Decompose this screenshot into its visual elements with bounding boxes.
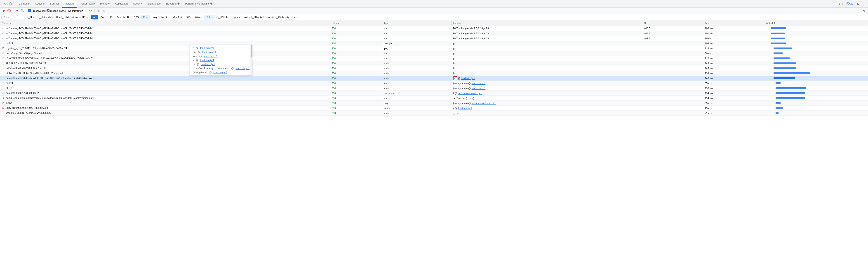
table-row[interactable]: 🖼register_bg.jpg?d8811ce21dcabd46f457b69… <box>0 46 868 51</box>
more-icon[interactable]: ⋮ <box>862 1 867 6</box>
table-row[interactable]: ⟳w/?data=eyJkYXRhVHlwZSI6ICJpZlNlbmRNRVc… <box>0 36 868 41</box>
initiator-dropdown-link[interactable]: load.min.js:1 <box>213 71 227 74</box>
tab-network[interactable]: Network <box>62 0 77 8</box>
type-filter-manifest[interactable]: Manifest <box>170 15 184 20</box>
tab-elements[interactable]: Elements <box>16 0 32 8</box>
table-row[interactable]: {}wm.3.0.0_33d41777.min.js?v=28386816200… <box>0 111 868 116</box>
initiator-dropdown-item[interactable]: m@load.min.js:1 <box>190 62 252 66</box>
initiator-dropdown-link[interactable]: load.min.js:1 <box>200 59 214 61</box>
table-row[interactable]: 🖼1.png200png(anonymous) @ music-corona.m… <box>0 101 868 106</box>
initiator-link[interactable]: music-corona.min.js:1 <box>472 102 496 105</box>
table-row[interactable]: {}4ff7e83b73e006f04e3b8578fb145705200scr… <box>0 61 868 66</box>
filter-icon-button[interactable] <box>15 8 19 13</box>
initiator-dropdown-scroll[interactable]: n@load.min.js:1api@load.min.js:1load@loa… <box>190 45 252 75</box>
table-row[interactable]: ⟳c?p=YD00615509752509&v=1.0.1&vk=d44593c… <box>0 56 868 61</box>
initiator-dropdown-item[interactable]: d.hasOwnProperty.v.<computed>@load.min.j… <box>190 66 252 70</box>
initiator-dropdown-item[interactable]: (anonymous)@load.min.js:1 <box>190 70 252 75</box>
initiator-link[interactable]: load.min.js:1 <box>461 77 475 80</box>
type-filter-css[interactable]: CSS <box>131 15 141 20</box>
info-badge[interactable]: 💬 20 <box>845 2 855 5</box>
initiator-dropdown-item[interactable]: api@load.min.js:1 <box>190 50 252 54</box>
tab-application[interactable]: Application <box>112 0 130 8</box>
type-filter-img[interactable]: Img <box>151 15 159 20</box>
settings-icon[interactable]: ⚙ <box>855 1 861 6</box>
table-row[interactable]: ⟳w/?data=eyJkYXRhVHlwZSI6ICJpZlNlbmRNRVc… <box>0 26 868 31</box>
tab-memory[interactable]: Memory <box>97 0 112 8</box>
table-row[interactable]: {}getconf?referer=https%3A%2F%2Fdun.163.… <box>0 76 868 81</box>
disable-cache-checkbox[interactable]: Disable cache <box>46 9 66 12</box>
funnel-icon <box>16 9 19 12</box>
invert-checkbox[interactable]: Invert <box>28 16 37 19</box>
initiator-link[interactable]: load.min.js:1 <box>458 107 472 109</box>
initiator-dropdown-link[interactable]: load.min.js:1 <box>201 63 215 65</box>
wifi-icon[interactable] <box>88 8 93 13</box>
table-row[interactable]: {}cb37e835cc3ea89b5895aa43b8ec20f8.js?hi… <box>0 71 868 76</box>
table-row[interactable]: ⟳getUnread.action?appKey=cb37e835cc3ea89… <box>0 96 868 101</box>
xhr-icon: ⟳ <box>2 27 5 30</box>
initiator-dropdown-item[interactable]: load@load.min.js:1 <box>190 54 252 58</box>
record-button[interactable]: ⏺ <box>1 8 6 13</box>
type-filter-fetchxhr[interactable]: Fetch/XHR <box>115 15 131 20</box>
initiator-link[interactable]: music-corona.min.js:1 <box>458 92 482 94</box>
table-row[interactable]: ↗collect200fetch(anonymous) @ load.min.j… <box>0 81 868 86</box>
type-filter-media[interactable]: Media <box>159 15 170 20</box>
tab-lighthouse[interactable]: Lighthouse <box>145 0 163 8</box>
cell-waterfall <box>764 76 868 81</box>
initiator-link[interactable]: load.min.js:1 <box>472 82 486 85</box>
hide-ext-urls-checkbox[interactable]: Hide extension URLs <box>61 16 88 19</box>
throttling-dropdown[interactable]: No throttling ▾ <box>67 8 85 13</box>
preserve-log-checkbox[interactable]: Preserve log <box>28 9 45 12</box>
tab-recorder[interactable]: Recorder <box>163 0 182 8</box>
third-party-checkbox[interactable]: 3rd-party requests <box>276 16 300 19</box>
table-row[interactable]: 📄delegate.html?1703209009329200documentt… <box>0 91 868 96</box>
blocked-cookies-checkbox[interactable]: Blocked response cookies <box>218 16 250 19</box>
header-size[interactable]: Size <box>642 20 703 26</box>
initiator-link[interactable]: load.min.js:1 <box>472 87 486 89</box>
blocked-requests-checkbox[interactable]: Blocked requests <box>251 16 274 19</box>
initiator-dropdown-link[interactable]: load.min.js:1 <box>202 51 216 53</box>
table-row[interactable]: ⟳w/?data=eyJkYXRhVHlwZSI6ICJpZlNlbmRNRVc… <box>0 31 868 36</box>
cell-size <box>642 51 703 56</box>
initiator-dropdown-link[interactable]: load.min.js:1 <box>200 47 214 49</box>
table-row[interactable]: {}pk1.js200script(anonymous) @ load.min.… <box>0 86 868 91</box>
initiator-dropdown-link[interactable]: load.min.js:1 <box>236 67 249 70</box>
filter-input[interactable] <box>1 15 26 20</box>
cell-type: script <box>382 61 451 66</box>
tab-perf-insights[interactable]: Performance insights <box>182 0 215 8</box>
tab-sources[interactable]: Sources <box>47 0 62 8</box>
gear-icon[interactable]: ⚙ <box>862 8 867 13</box>
upload-icon[interactable] <box>96 8 101 13</box>
table-row[interactable]: ⟳query?pageSize=3&pageNum=1200xhrp60 ms <box>0 51 868 56</box>
type-filter-doc[interactable]: Doc <box>98 15 107 20</box>
initiator-dropdown-item[interactable]: n@load.min.js:1 <box>190 46 252 50</box>
clear-button[interactable]: 🚫 <box>7 8 11 13</box>
search-button[interactable]: 🔍 <box>20 8 25 13</box>
header-type[interactable]: Type <box>382 20 451 26</box>
initiator-dropdown-item[interactable]: v@load.min.js:1 <box>190 58 252 62</box>
header-time[interactable]: Time <box>703 20 764 26</box>
header-waterfall[interactable]: Waterfall <box>764 20 868 26</box>
device-icon[interactable] <box>8 1 13 6</box>
type-filter-ws[interactable]: WS <box>184 15 192 20</box>
table-row[interactable]: ○collect204preflightp104 ms <box>0 41 868 46</box>
tab-performance[interactable]: Performance <box>77 0 98 8</box>
type-filter-wasm[interactable]: Wasm <box>193 15 204 20</box>
cell-type: xhr <box>382 51 451 56</box>
type-filter-font[interactable]: Font <box>141 15 150 20</box>
initiator-dropdown-link[interactable]: load.min.js:1 <box>204 55 218 57</box>
hide-data-urls-checkbox[interactable]: Hide data URLs <box>39 16 60 19</box>
inspect-icon[interactable] <box>2 1 8 6</box>
header-initiator[interactable]: Initiator <box>451 20 642 26</box>
table-row[interactable]: ▶38a7410cdf36ef88290e0136e0f86998206medi… <box>0 106 868 111</box>
dropdown-scrollbar[interactable] <box>250 45 252 75</box>
warning-badge[interactable]: ▲ 4 <box>837 2 844 5</box>
table-row[interactable]: {}dd64fcaf30c83dd72f8f3e3527eee5ff200scr… <box>0 66 868 71</box>
tab-console[interactable]: Console <box>32 0 47 8</box>
header-name[interactable]: Name ▲ <box>0 20 330 26</box>
type-filter-js[interactable]: JS <box>107 15 114 20</box>
type-filter-other[interactable]: Other <box>205 15 215 20</box>
type-filter-all[interactable]: All <box>91 15 98 20</box>
header-status[interactable]: Status <box>330 20 382 26</box>
download-icon[interactable] <box>102 8 106 13</box>
tab-security[interactable]: Security <box>130 0 145 8</box>
